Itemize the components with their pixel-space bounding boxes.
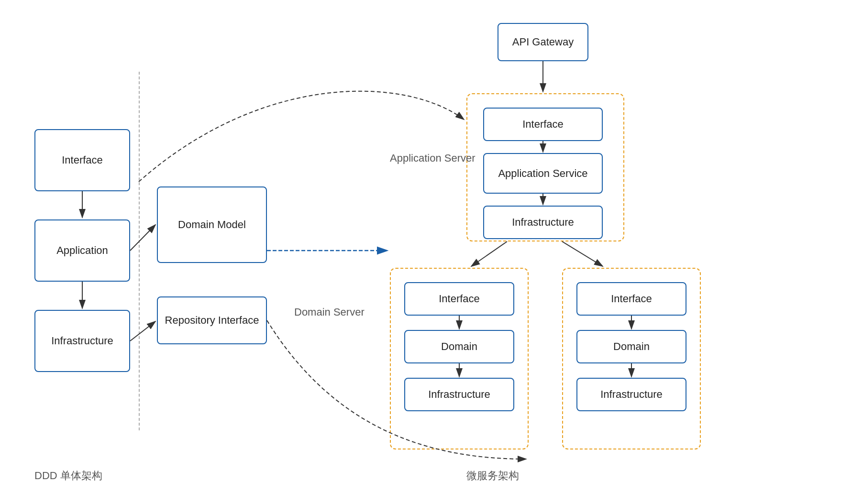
box-left-interface: Interface	[34, 129, 130, 191]
label-domain-server: Domain Server	[294, 306, 365, 318]
separator-line	[139, 72, 140, 430]
box-left-interface-label: Interface	[62, 154, 103, 166]
box-left-infrastructure: Infrastructure	[34, 310, 130, 372]
box-left-infrastructure-label: Infrastructure	[51, 335, 113, 347]
box-left-application-label: Application	[56, 244, 108, 257]
box-as-infrastructure-label: Infrastructure	[512, 216, 574, 229]
label-micro-text: 微服务架构	[466, 470, 519, 482]
box-ds2-domain: Domain	[576, 330, 686, 363]
box-ds1-interface: Interface	[404, 282, 514, 316]
box-as-application-service-label: Application Service	[498, 167, 587, 180]
box-domain-model: Domain Model	[157, 186, 267, 263]
box-as-interface: Interface	[483, 108, 603, 141]
box-as-interface-label: Interface	[522, 118, 564, 131]
label-app-server: Application Server	[390, 152, 476, 164]
box-ds2-domain-label: Domain	[613, 340, 650, 353]
box-domain-model-label: Domain Model	[178, 219, 246, 231]
box-ds1-infrastructure: Infrastructure	[404, 378, 514, 411]
box-ds1-interface-label: Interface	[439, 293, 480, 305]
box-ds2-interface-label: Interface	[611, 293, 652, 305]
label-ddd: DDD 单体架构	[34, 469, 102, 483]
box-repository-interface: Repository Interface	[157, 296, 267, 344]
box-ds1-domain-label: Domain	[441, 340, 477, 353]
box-ds1-infrastructure-label: Infrastructure	[428, 388, 490, 401]
box-as-infrastructure: Infrastructure	[483, 206, 603, 239]
label-domain-server-text: Domain Server	[294, 306, 365, 318]
svg-line-9	[562, 241, 603, 266]
box-api-gateway-label: API Gateway	[512, 36, 574, 48]
diagram-container: Interface Application Infrastructure Dom…	[0, 0, 863, 504]
label-micro: 微服务架构	[466, 469, 519, 483]
box-ds2-interface: Interface	[576, 282, 686, 316]
box-as-application-service: Application Service	[483, 153, 603, 194]
svg-line-5	[130, 225, 155, 251]
box-ds2-infrastructure: Infrastructure	[576, 378, 686, 411]
label-ddd-text: DDD 单体架构	[34, 470, 102, 482]
svg-line-8	[471, 241, 507, 266]
box-left-application: Application	[34, 219, 130, 282]
box-repository-interface-label: Repository Interface	[165, 314, 259, 327]
label-app-server-text: Application Server	[390, 152, 476, 164]
box-api-gateway: API Gateway	[498, 23, 588, 61]
svg-line-6	[130, 321, 155, 341]
box-ds2-infrastructure-label: Infrastructure	[600, 388, 663, 401]
box-ds1-domain: Domain	[404, 330, 514, 363]
